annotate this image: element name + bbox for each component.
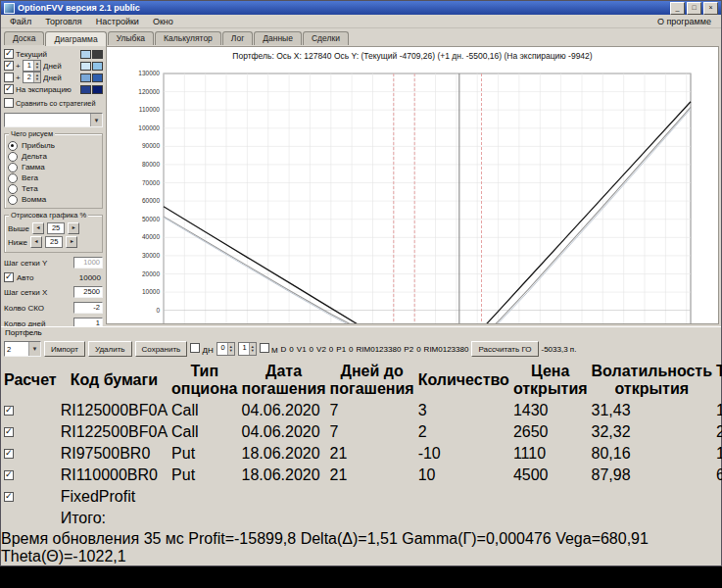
p2-input[interactable]: 0 [416,345,420,354]
tab-0[interactable]: Доска [4,31,44,45]
draw-option-2[interactable]: Гамма [8,162,99,172]
spinner-1[interactable]: 0 ▲▼ [217,342,235,356]
portfolio-select[interactable]: 2 ▼ [4,341,41,357]
save-button[interactable]: Сохранить [135,341,188,357]
m-checkbox[interactable] [260,343,269,353]
field-input-v2[interactable]: 0 [329,345,333,354]
color-swatch[interactable] [80,50,91,59]
auto-checkbox[interactable] [4,272,14,282]
days-count-input[interactable]: 1 [73,318,103,326]
row-checkbox-3[interactable] [4,470,14,480]
series-checkbox-1[interactable] [4,61,14,71]
table-row-3[interactable]: RI110000BR0Put18.06.20202110450087,98664… [3,466,722,485]
spinner-arrows-icon[interactable]: ▲▼ [249,343,256,355]
tab-4[interactable]: Лог [222,31,253,45]
color-swatch[interactable] [80,85,91,94]
radio-icon[interactable] [8,184,18,194]
draw-option-1[interactable]: Дельта [8,151,99,162]
render-value-0[interactable]: 25 [47,222,65,234]
sko-input[interactable]: -2 [73,302,103,314]
column-header-open_price[interactable]: Цена открытия [512,362,589,399]
field-input-p1[interactable]: 0 [349,345,353,354]
menu-item-3[interactable]: Окно [146,17,180,26]
table-row-0[interactable]: RI125000BF0ACall04.06.202073143031,43139… [3,401,722,420]
field-input-v1[interactable]: 0 [310,345,313,354]
color-swatch[interactable] [80,74,91,82]
column-header-qty[interactable]: Количество [417,362,510,399]
maximize-button[interactable]: □ [687,2,701,15]
svg-text:130000: 130000 [138,70,160,76]
column-header-open_vol[interactable]: Волатильность открытия [591,362,713,399]
radio-icon[interactable] [8,152,18,162]
tab-2[interactable]: Улыбка [108,31,154,45]
spinner-arrows-icon[interactable]: ▲▼ [33,61,40,71]
radio-icon[interactable] [8,195,18,205]
tab-6[interactable]: Сделки [303,31,349,45]
cell-open_vol: 32,32 [591,422,713,442]
column-header-days[interactable]: Дней до погашения [329,362,415,399]
compare-strategy-checkbox[interactable] [4,98,14,108]
close-button[interactable]: × [703,2,718,15]
profit-chart[interactable]: 9250095000975001000001025001050001075001… [109,66,716,324]
radio-icon[interactable] [8,141,18,151]
table-row-5[interactable]: Итого:-15899,81,510,000476680,91-1022,1 [3,509,722,528]
radio-icon[interactable] [8,163,18,172]
chevron-down-icon[interactable]: ▼ [28,342,40,356]
table-row-1[interactable]: RI122500BF0ACall04.06.202072265032,32263… [3,422,722,442]
grid-y-input[interactable]: 1000 [73,257,103,269]
menu-about[interactable]: О программе [650,17,719,26]
stepper-left-0[interactable]: ◄ [32,222,44,234]
draw-option-4[interactable]: Тета [8,183,99,194]
dn-checkbox[interactable] [190,343,200,353]
column-header-expiry[interactable]: Дата погашения [241,362,327,399]
import-button[interactable]: Импорт [44,341,85,357]
series-checkbox-0[interactable] [4,49,14,59]
draw-option-5[interactable]: Вомма [8,194,99,205]
color-swatch[interactable] [92,85,103,94]
chevron-down-icon[interactable]: ▼ [90,114,102,126]
menu-item-1[interactable]: Торговля [38,17,89,26]
delete-button[interactable]: Удалить [88,341,132,357]
color-swatch[interactable] [92,50,103,59]
table-row-2[interactable]: RI97500BR0Put18.06.202021-10111080,16196… [3,444,722,464]
tab-3[interactable]: Калькулятор [155,31,221,45]
series-checkbox-3[interactable] [4,84,14,94]
strategy-select[interactable]: ▼ [4,113,103,127]
days-spinner-1[interactable]: 1▲▼ [23,60,41,72]
spinner-2[interactable]: 1 ▲▼ [238,342,257,356]
menu-item-0[interactable]: Файл [3,17,38,26]
row-checkbox-0[interactable] [4,406,14,416]
stepper-left-1[interactable]: ◄ [30,236,42,248]
row-checkbox-4[interactable] [4,492,14,502]
days-spinner-2[interactable]: 2▲▼ [23,72,41,83]
draw-option-0[interactable]: Прибыль [8,140,99,151]
tab-5[interactable]: Данные [254,31,302,45]
minimize-button[interactable]: _ [670,2,685,15]
spinner-arrows-icon[interactable]: ▲▼ [33,73,40,82]
row-checkbox-1[interactable] [4,427,14,437]
table-row-4[interactable]: FixedProfit13470 [3,487,722,507]
draw-option-3[interactable]: Вега [8,172,99,183]
grid-x-input[interactable]: 2500 [73,286,103,298]
row-checkbox-2[interactable] [4,449,14,459]
color-swatch[interactable] [92,62,103,71]
column-header-theor_price[interactable]: Теоретическая цена [715,362,722,399]
svg-text:90000: 90000 [142,142,160,149]
calc-go-button[interactable]: Рассчитать ГО [471,341,538,357]
column-header-checked[interactable]: Расчет [3,362,58,399]
color-swatch[interactable] [80,62,91,71]
column-header-type[interactable]: Тип опциона [170,362,238,399]
chart-panel: Портфель: Ось X: 127840 Ось Y: (Текущий … [106,46,719,324]
menu-item-2[interactable]: Настройки [89,17,146,26]
series-checkbox-2[interactable] [4,73,14,82]
stepper-right-0[interactable]: ► [68,222,79,234]
render-value-1[interactable]: 25 [45,236,63,248]
stepper-right-1[interactable]: ► [66,236,77,248]
color-swatch[interactable] [92,74,103,82]
tab-1[interactable]: Диаграмма [45,31,106,46]
render-rows: Выше◄25►Ниже◄25► [8,221,99,249]
field-input-d[interactable]: 0 [289,345,293,354]
radio-icon[interactable] [8,173,18,183]
column-header-code[interactable]: Код бумаги [60,362,168,399]
spinner-arrows-icon[interactable]: ▲▼ [227,343,234,355]
